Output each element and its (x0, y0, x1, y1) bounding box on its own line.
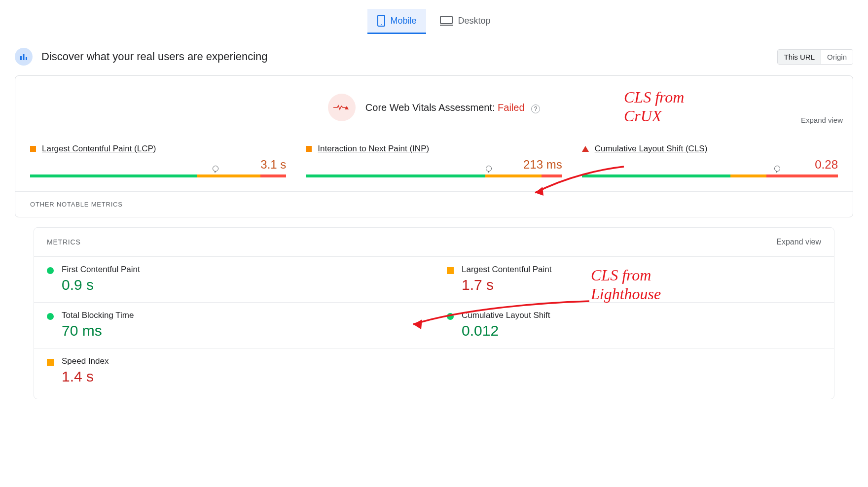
needs-improvement-icon (306, 146, 312, 152)
metric-si: Speed Index 1.4 s (34, 348, 434, 394)
svg-rect-6 (26, 57, 27, 60)
good-icon (47, 267, 54, 274)
tab-mobile-label: Mobile (390, 16, 416, 26)
core-web-vitals-card: Core Web Vitals Assessment: Failed ? Exp… (15, 75, 853, 217)
lighthouse-metrics-card: METRICS Expand view First Contentful Pai… (34, 227, 834, 399)
poor-icon (582, 146, 589, 152)
assessment-label: Core Web Vitals Assessment: (365, 102, 495, 113)
tab-desktop-label: Desktop (458, 16, 490, 26)
metric-fcp-name: First Contentful Paint (62, 265, 140, 275)
mobile-icon (377, 15, 385, 27)
annotation-crux: CLS from CrUX (624, 88, 684, 126)
device-tabs: Mobile Desktop (0, 0, 868, 34)
vital-cls-value: 0.28 (582, 158, 838, 172)
assessment-row: Core Web Vitals Assessment: Failed ? Exp… (15, 76, 853, 124)
vital-lcp-name[interactable]: Largest Contentful Paint (LCP) (42, 144, 156, 154)
vital-inp-name[interactable]: Interaction to Next Paint (INP) (318, 144, 429, 154)
discover-header: Discover what your real users are experi… (0, 34, 868, 66)
svg-point-1 (381, 24, 382, 25)
svg-rect-4 (20, 56, 22, 60)
metric-si-name: Speed Index (62, 356, 108, 366)
vital-lcp: Largest Contentful Paint (LCP) 3.1 s (30, 144, 286, 177)
metric-fcp: First Contentful Paint 0.9 s (34, 257, 434, 303)
vital-lcp-value: 3.1 s (30, 158, 286, 172)
metric-si-value: 1.4 s (62, 368, 108, 385)
vitals-grid: Largest Contentful Paint (LCP) 3.1 s Int… (15, 124, 853, 192)
scope-origin[interactable]: Origin (821, 50, 853, 64)
other-metrics-label: OTHER NOTABLE METRICS (15, 192, 853, 217)
needs-improvement-icon (47, 359, 54, 366)
metric-tbt-name: Total Blocking Time (62, 311, 134, 320)
vital-lcp-bar (30, 174, 286, 177)
metric-cls-value: 0.012 (462, 322, 550, 339)
metric-tbt-value: 70 ms (62, 322, 134, 339)
vital-inp-bar (306, 174, 562, 177)
metric-lcp-value: 1.7 s (462, 277, 551, 293)
needs-improvement-icon (447, 267, 454, 274)
vital-inp: Interaction to Next Paint (INP) 213 ms (306, 144, 562, 177)
scope-this-url[interactable]: This URL (778, 50, 821, 64)
vital-cls-bar (582, 174, 838, 177)
metric-tbt: Total Blocking Time 70 ms (34, 303, 434, 348)
needs-improvement-icon (30, 146, 36, 152)
desktop-icon (440, 16, 453, 26)
svg-rect-2 (440, 16, 452, 24)
metric-lcp-name: Largest Contentful Paint (462, 265, 551, 275)
tab-mobile[interactable]: Mobile (367, 9, 426, 34)
discover-icon (15, 48, 33, 66)
expand-view-link[interactable]: Expand view (801, 116, 843, 124)
assessment-status: Failed (498, 102, 524, 113)
metric-empty (434, 348, 834, 394)
discover-title: Discover what your real users are experi… (41, 50, 268, 63)
metric-cls: Cumulative Layout Shift 0.012 (434, 303, 834, 348)
help-icon[interactable]: ? (531, 104, 540, 113)
metric-fcp-value: 0.9 s (62, 277, 140, 293)
scope-toggle: This URL Origin (777, 49, 853, 65)
metrics-grid: First Contentful Paint 0.9 s Largest Con… (34, 257, 834, 394)
good-icon (47, 313, 54, 320)
svg-rect-5 (23, 54, 25, 60)
tab-desktop[interactable]: Desktop (430, 9, 500, 34)
vital-cls: Cumulative Layout Shift (CLS) 0.28 (582, 144, 838, 177)
assessment-text: Core Web Vitals Assessment: Failed ? (365, 102, 540, 113)
vital-inp-value: 213 ms (306, 158, 562, 172)
metrics-expand-link[interactable]: Expand view (776, 238, 821, 246)
metrics-title: METRICS (47, 238, 81, 246)
good-icon (447, 313, 454, 320)
metric-cls-name: Cumulative Layout Shift (462, 311, 550, 320)
assessment-badge-icon (328, 94, 356, 121)
vital-cls-name[interactable]: Cumulative Layout Shift (CLS) (595, 144, 708, 154)
annotation-lighthouse: CLS from Lighthouse (591, 266, 661, 304)
